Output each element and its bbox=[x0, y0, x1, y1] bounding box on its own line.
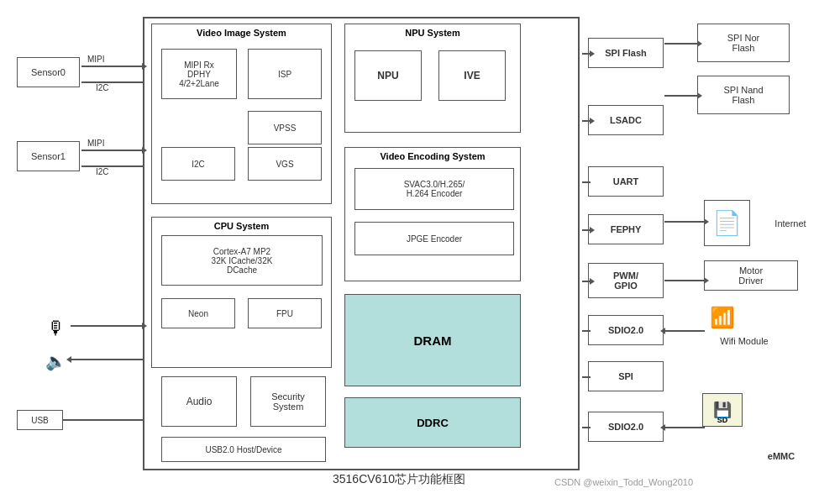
to-wifi-arrow bbox=[664, 330, 705, 332]
jpge-encoder-box: JPGE Encoder bbox=[354, 222, 514, 255]
i2c-inner-box: I2C bbox=[161, 147, 235, 181]
usb-internal-box: USB2.0 Host/Device bbox=[161, 437, 326, 462]
ive-box: IVE bbox=[438, 50, 506, 101]
internet-ext: Internet bbox=[756, 212, 825, 235]
npu-title: NPU System bbox=[345, 28, 520, 38]
usb-arrow bbox=[63, 419, 143, 421]
ddrc-box: DDRC bbox=[344, 397, 521, 448]
sensor0-i2c-label: I2C bbox=[96, 83, 109, 92]
lsadc-arrow bbox=[582, 120, 591, 122]
sensor1-mipi-arrow bbox=[81, 150, 143, 151]
sdio2-top-port: SDIO2.0 bbox=[588, 315, 664, 345]
internet-icon: 📄 bbox=[704, 200, 750, 246]
mic-icon: 🎙 bbox=[47, 318, 66, 339]
vpss-box: VPSS bbox=[248, 111, 322, 144]
uart-port: UART bbox=[588, 166, 664, 197]
spi-nand-flash-ext: SPI Nand Flash bbox=[697, 76, 790, 114]
sensor1-i2c-arrow bbox=[81, 165, 143, 167]
sdio2-bot-arrow bbox=[582, 427, 591, 428]
pwm-arrow bbox=[582, 281, 591, 282]
neon-box: Neon bbox=[161, 298, 235, 328]
sensor1-i2c-label: I2C bbox=[96, 167, 109, 176]
sensor1-box: Sensor1 bbox=[17, 141, 80, 171]
pwm-gpio-port: PWM/ GPIO bbox=[588, 263, 664, 298]
svac-encoder-box: SVAC3.0/H.265/ H.264 Encoder bbox=[354, 168, 514, 210]
fephy-arrow bbox=[582, 229, 591, 231]
spi-arrow bbox=[582, 376, 591, 378]
video-encoding-title: Video Encoding System bbox=[345, 151, 520, 161]
sdio2-top-arrow bbox=[582, 330, 591, 332]
sensor0-mipi-label: MIPI bbox=[87, 55, 105, 64]
npu-box: NPU bbox=[354, 50, 422, 101]
audio-box: Audio bbox=[161, 376, 237, 427]
security-box: Security System bbox=[250, 376, 326, 427]
cpu-title: CPU System bbox=[152, 221, 331, 231]
cortex-box: Cortex-A7 MP2 32K ICache/32K DCache bbox=[161, 235, 323, 286]
uart-arrow bbox=[582, 181, 591, 183]
sensor0-i2c-arrow bbox=[81, 81, 143, 83]
watermark: CSDN @weixin_Todd_Wong2010 bbox=[554, 477, 693, 487]
sensor0-mipi-arrow bbox=[81, 66, 143, 67]
speaker-icon: 🔈 bbox=[45, 351, 66, 371]
spi-port: SPI bbox=[588, 361, 664, 391]
fpu-box: FPU bbox=[248, 298, 322, 328]
fephy-port: FEPHY bbox=[588, 214, 664, 244]
dram-box: DRAM bbox=[344, 294, 521, 386]
to-nor-flash-arrow bbox=[664, 43, 698, 45]
video-encoding-section: Video Encoding System bbox=[344, 147, 521, 281]
emmc-ext: eMMC bbox=[756, 445, 806, 467]
sd-icon-box: 💾 SD bbox=[702, 393, 743, 427]
isp-box: ISP bbox=[248, 49, 322, 99]
wifi-icon: 📶 bbox=[710, 306, 735, 329]
video-image-title: Video Image System bbox=[152, 28, 331, 38]
sensor0-box: Sensor0 bbox=[17, 57, 80, 87]
lsadc-port: LSADC bbox=[588, 105, 664, 135]
diagram-caption: 3516CV610芯片功能框图 bbox=[252, 472, 546, 487]
to-nand-flash-arrow bbox=[664, 95, 698, 97]
spi-flash-arrow bbox=[582, 53, 591, 55]
to-motor-arrow bbox=[664, 280, 705, 281]
sdio2-bot-port: SDIO2.0 bbox=[588, 412, 664, 442]
to-sd-arrow bbox=[664, 427, 705, 428]
spi-flash-port: SPI Flash bbox=[588, 38, 664, 68]
mipi-rx-box: MIPI Rx DPHY 4/2+2Lane bbox=[161, 49, 237, 99]
wifi-ext: Wifi Module bbox=[697, 329, 791, 353]
diagram-container: Sensor0 MIPI I2C Sensor1 MIPI I2C 🎙 🔈 US… bbox=[0, 0, 840, 504]
motor-driver-ext: Motor Driver bbox=[704, 260, 798, 291]
vgs-box: VGS bbox=[248, 147, 322, 181]
mic-arrow bbox=[71, 325, 143, 327]
to-internet-arrow bbox=[664, 221, 705, 223]
spi-nor-flash-ext: SPI Nor Flash bbox=[697, 24, 790, 62]
speaker-arrow bbox=[71, 359, 143, 360]
sensor1-mipi-label: MIPI bbox=[87, 139, 105, 148]
usb-ext-box: USB bbox=[17, 410, 63, 430]
